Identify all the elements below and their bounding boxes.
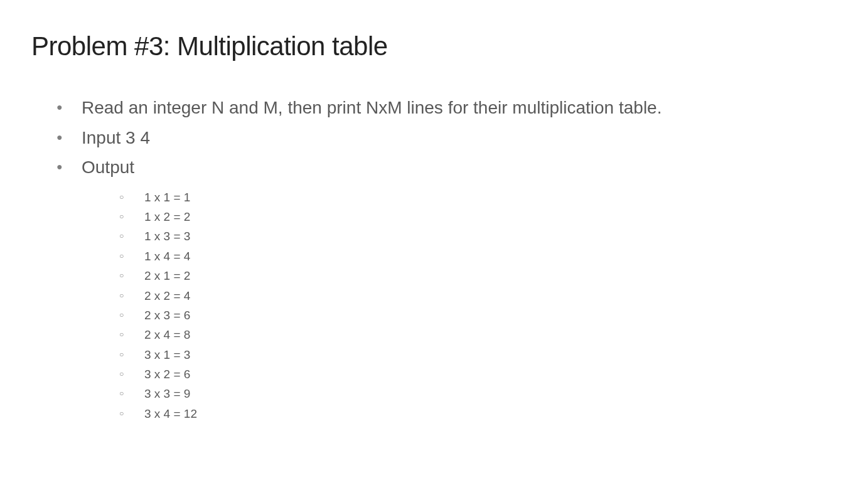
list-item: 3 x 2 = 6 — [126, 364, 837, 384]
output-sublist: 1 x 1 = 1 1 x 2 = 2 1 x 3 = 3 1 x 4 = 4 … — [82, 188, 837, 423]
bullet-description: Read an integer N and M, then print NxM … — [63, 93, 837, 123]
bullet-output: Output 1 x 1 = 1 1 x 2 = 2 1 x 3 = 3 1 x… — [63, 152, 837, 423]
list-item: 1 x 4 = 4 — [126, 247, 837, 266]
list-item: 2 x 1 = 2 — [126, 266, 837, 285]
list-item: 2 x 3 = 6 — [126, 305, 837, 325]
list-item: 1 x 2 = 2 — [126, 207, 837, 226]
bullet-input: Input 3 4 — [63, 123, 837, 153]
list-item: 3 x 4 = 12 — [126, 404, 837, 423]
list-item: 3 x 3 = 9 — [126, 384, 837, 403]
list-item: 2 x 4 = 8 — [126, 325, 837, 344]
list-item: 3 x 1 = 3 — [126, 345, 837, 364]
main-bullet-list: Read an integer N and M, then print NxM … — [31, 93, 837, 423]
list-item: 2 x 2 = 4 — [126, 286, 837, 305]
list-item: 1 x 3 = 3 — [126, 226, 837, 246]
page-title: Problem #3: Multiplication table — [31, 31, 837, 61]
bullet-output-label: Output — [82, 157, 134, 177]
list-item: 1 x 1 = 1 — [126, 188, 837, 207]
